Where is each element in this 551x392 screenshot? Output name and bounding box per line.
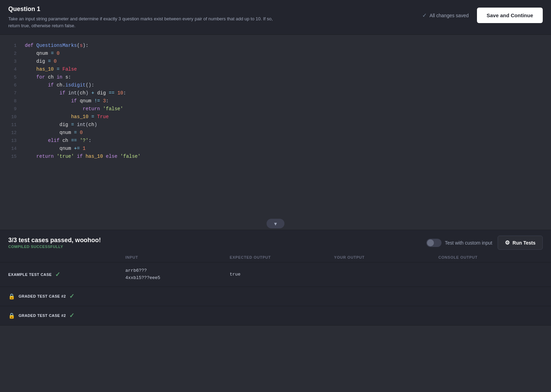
col-header-expected: EXPECTED OUTPUT — [230, 255, 334, 259]
results-status: 3/3 test cases passed, woohoo! COMPILED … — [8, 237, 101, 249]
lock-icon: 🔒 — [8, 312, 15, 319]
line-content: qnum = 0 — [25, 129, 83, 136]
results-title: 3/3 test cases passed, woohoo! — [8, 237, 101, 244]
col-header-your-output: YOUR OUTPUT — [334, 255, 438, 259]
code-line: 4 has_10 = False — [0, 65, 551, 73]
test-case-label: GRADED TEST CASE #2 — [19, 294, 66, 298]
line-number: 2 — [6, 50, 17, 58]
line-number: 13 — [6, 137, 17, 145]
col-header-input: INPUT — [125, 255, 230, 259]
line-number: 7 — [6, 90, 17, 97]
test-table-header: INPUT EXPECTED OUTPUT YOUR OUTPUT CONSOL… — [0, 252, 551, 262]
code-line: 1def QuestionsMarks(s): — [0, 42, 551, 50]
col-header-name — [8, 255, 125, 259]
test-passed-icon: ✓ — [69, 292, 74, 300]
line-content: dig = 0 — [25, 58, 56, 65]
code-editor[interactable]: 1def QuestionsMarks(s):2 qnum = 03 dig =… — [0, 35, 551, 217]
test-passed-icon: ✓ — [55, 271, 60, 278]
line-number: 14 — [6, 145, 17, 153]
line-number: 12 — [6, 129, 17, 137]
line-content: if int(ch) + dig == 10: — [25, 89, 126, 97]
test-rows: EXAMPLE TEST CASE✓arrb6???4xxbl5???eee5t… — [0, 262, 551, 326]
line-content: has_10 = False — [25, 65, 77, 73]
line-content: dig = int(ch) — [25, 121, 97, 128]
test-case-name: 🔒GRADED TEST CASE #2✓ — [8, 292, 125, 300]
page-header: Question 1 Take an input string paramete… — [0, 0, 551, 35]
test-cases-list: EXAMPLE TEST CASE✓arrb6???4xxbl5???eee5t… — [0, 262, 551, 326]
test-case-label: EXAMPLE TEST CASE — [8, 272, 52, 277]
question-description: Take an input string parameter and deter… — [8, 16, 284, 29]
code-line: 14 qnum += 1 — [0, 145, 551, 153]
line-content: has_10 = True — [25, 113, 109, 121]
chevron-down-icon: ▾ — [274, 220, 277, 227]
code-line: 7 if int(ch) + dig == 10: — [0, 89, 551, 97]
line-number: 1 — [6, 42, 17, 50]
panel-toggle-button[interactable]: ▾ — [267, 219, 284, 228]
line-number: 9 — [6, 105, 17, 113]
expected-output: true — [230, 272, 334, 277]
code-line: 3 dig = 0 — [0, 58, 551, 65]
line-content: qnum += 1 — [25, 145, 85, 152]
line-content: if ch.isdigit(): — [25, 81, 94, 89]
save-status-text: All changes saved — [429, 13, 469, 18]
test-case-name: EXAMPLE TEST CASE✓ — [8, 271, 125, 278]
line-number: 6 — [6, 82, 17, 89]
line-content: def QuestionsMarks(s): — [25, 42, 89, 49]
test-row[interactable]: 🔒GRADED TEST CASE #2✓ — [0, 287, 551, 306]
results-header: 3/3 test cases passed, woohoo! COMPILED … — [0, 230, 551, 252]
question-title: Question 1 — [8, 6, 284, 13]
line-number: 10 — [6, 113, 17, 121]
code-line: 13 elif ch == '?': — [0, 137, 551, 145]
line-number: 4 — [6, 66, 17, 73]
custom-input-label: Test with custom input — [445, 240, 492, 246]
line-content: qnum = 0 — [25, 50, 60, 57]
test-case-label: GRADED TEST CASE #2 — [19, 313, 66, 318]
line-content: return 'false' — [25, 105, 123, 113]
code-lines: 1def QuestionsMarks(s):2 qnum = 03 dig =… — [0, 42, 551, 161]
test-row[interactable]: EXAMPLE TEST CASE✓arrb6???4xxbl5???eee5t… — [0, 262, 551, 287]
col-header-console: CONSOLE OUTPUT — [438, 255, 543, 259]
panel-toggle-bar: ▾ — [0, 217, 551, 230]
line-content: for ch in s: — [25, 73, 71, 81]
results-actions: Test with custom input ⚙ Run Tests — [426, 236, 543, 250]
code-line: 10 has_10 = True — [0, 113, 551, 121]
lock-icon: 🔒 — [8, 293, 15, 300]
run-tests-label: Run Tests — [512, 240, 536, 246]
code-line: 9 return 'false' — [0, 105, 551, 113]
check-icon: ✓ — [422, 12, 427, 19]
code-line: 8 if qnum != 3: — [0, 97, 551, 105]
test-row[interactable]: 🔒GRADED TEST CASE #2✓ — [0, 306, 551, 326]
results-subtitle: COMPILED SUCCESSFULLY — [8, 245, 101, 249]
test-input: arrb6???4xxbl5???eee5 — [125, 267, 230, 282]
code-line: 12 qnum = 0 — [0, 129, 551, 137]
toggle-switch[interactable] — [426, 239, 441, 247]
question-info: Question 1 Take an input string paramete… — [8, 6, 284, 29]
code-line: 5 for ch in s: — [0, 73, 551, 81]
line-number: 15 — [6, 153, 17, 161]
code-line: 6 if ch.isdigit(): — [0, 81, 551, 89]
run-tests-button[interactable]: ⚙ Run Tests — [498, 236, 543, 250]
line-content: return 'true' if has_10 else 'false' — [25, 153, 141, 160]
test-case-name: 🔒GRADED TEST CASE #2✓ — [8, 312, 125, 319]
line-number: 3 — [6, 58, 17, 65]
line-number: 8 — [6, 97, 17, 105]
save-continue-button[interactable]: Save and Continue — [477, 8, 543, 23]
custom-input-toggle: Test with custom input — [426, 239, 492, 247]
code-line: 15 return 'true' if has_10 else 'false' — [0, 153, 551, 161]
gear-icon: ⚙ — [505, 239, 510, 246]
toggle-knob — [427, 239, 434, 246]
header-actions: ✓ All changes saved Save and Continue — [422, 6, 543, 23]
code-line: 2 qnum = 0 — [0, 50, 551, 58]
code-line: 11 dig = int(ch) — [0, 121, 551, 129]
line-number: 5 — [6, 74, 17, 81]
line-content: if qnum != 3: — [25, 97, 109, 105]
test-passed-icon: ✓ — [69, 312, 74, 319]
line-number: 11 — [6, 121, 17, 129]
results-panel: 3/3 test cases passed, woohoo! COMPILED … — [0, 230, 551, 326]
save-status: ✓ All changes saved — [422, 12, 469, 19]
line-content: elif ch == '?': — [25, 137, 91, 144]
